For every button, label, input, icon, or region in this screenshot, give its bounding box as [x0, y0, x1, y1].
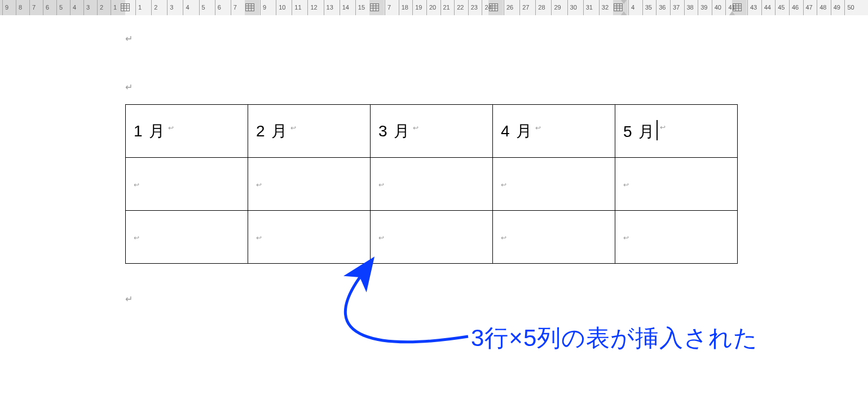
cell-paragraph-mark: ↩: [134, 234, 139, 242]
table-cell[interactable]: ↩: [371, 158, 493, 211]
ruler-tick: 14: [340, 0, 340, 15]
paragraph-mark: ↵: [125, 33, 133, 44]
ruler-tick: 43: [747, 0, 748, 15]
ruler-tick: 5: [199, 0, 200, 15]
ruler-tick: 39: [698, 0, 698, 15]
ruler-tick: 50: [844, 0, 845, 15]
ruler-tick: 40: [712, 0, 712, 15]
ruler-tick: 27: [519, 0, 520, 15]
indent-marker[interactable]: [620, 0, 627, 15]
ruler-tick: 38: [684, 0, 685, 15]
table-cell[interactable]: 4 月↩: [493, 105, 615, 158]
ruler-tick: 2: [97, 0, 98, 15]
ruler-tick: 11: [292, 0, 292, 15]
ruler-tick: 1: [135, 0, 136, 15]
table-cell[interactable]: 5 月↩: [615, 105, 738, 158]
ruler-tick: 1: [111, 0, 111, 15]
ruler-tick: 9: [260, 0, 261, 15]
ruler-tick: 10: [276, 0, 276, 15]
ruler-tick: 47: [803, 0, 804, 15]
cell-paragraph-mark: ↩: [501, 181, 506, 189]
ruler-tick: 3: [83, 0, 84, 15]
ruler-tick: 48: [817, 0, 817, 15]
ruler-tick: 32: [599, 0, 600, 15]
ruler-tick: 28: [535, 0, 536, 15]
table-cell[interactable]: ↩: [493, 211, 615, 264]
column-handle-icon[interactable]: [370, 3, 379, 11]
ruler-tick: 4: [70, 0, 71, 15]
ruler-tick: 6: [43, 0, 43, 15]
table-row: 1 月↩2 月↩3 月↩4 月↩5 月↩: [126, 105, 738, 158]
table-row: ↩↩↩↩↩: [126, 211, 738, 264]
ruler-tick: 15: [355, 0, 356, 15]
ruler-tick: 9: [2, 0, 3, 15]
ruler-tick: 18: [399, 0, 399, 15]
indent-marker-right[interactable]: [729, 0, 735, 15]
table-cell[interactable]: 2 月↩: [248, 105, 371, 158]
table-cell[interactable]: ↩: [126, 211, 248, 264]
ruler-tick: 24: [482, 0, 482, 15]
ruler-tick: 49: [831, 0, 831, 15]
ruler-tick: 7: [385, 0, 385, 15]
cell-text: 4 月↩: [501, 122, 533, 140]
cell-paragraph-mark: ↩: [290, 124, 297, 132]
column-handle-icon[interactable]: [489, 3, 498, 11]
annotation-caption: 3行×5列の表が挿入された: [471, 322, 758, 354]
cell-paragraph-mark: ↩: [256, 234, 262, 242]
table-cell[interactable]: ↩: [371, 211, 493, 264]
cell-paragraph-mark: ↩: [168, 124, 175, 132]
table-cell[interactable]: ↩: [493, 158, 615, 211]
ruler-tick: 5: [56, 0, 57, 15]
table-cell[interactable]: ↩: [615, 211, 738, 264]
cell-text: 2 月↩: [256, 122, 288, 140]
cell-paragraph-mark: ↩: [256, 181, 262, 189]
inserted-table[interactable]: 1 月↩2 月↩3 月↩4 月↩5 月↩↩↩↩↩↩↩↩↩↩↩: [125, 104, 738, 264]
ruler-tick: 46: [789, 0, 790, 15]
ruler-tick: 22: [454, 0, 455, 15]
document-area[interactable]: ↵ ↵ 1 月↩2 月↩3 月↩4 月↩5 月↩↩↩↩↩↩↩↩↩↩↩ ↵ 3行×…: [0, 15, 868, 399]
ruler-tick: 19: [412, 0, 413, 15]
cell-paragraph-mark: ↩: [660, 123, 667, 131]
table-cell[interactable]: ↩: [126, 158, 248, 211]
ruler-tick: 13: [324, 0, 324, 15]
paragraph-mark: ↵: [125, 82, 133, 92]
ruler-tick: 29: [551, 0, 552, 15]
ruler-tick: 7: [231, 0, 231, 15]
ruler-tick: 35: [642, 0, 643, 15]
ruler-tick: 41: [725, 0, 726, 15]
table-cell[interactable]: ↩: [248, 158, 371, 211]
ruler-tick: 37: [670, 0, 671, 15]
table-cell[interactable]: ↩: [248, 211, 371, 264]
table-cell[interactable]: 1 月↩: [126, 105, 248, 158]
cell-paragraph-mark: ↩: [623, 181, 629, 189]
cell-text: 5 月↩: [623, 123, 658, 140]
ruler-tick: 44: [761, 0, 762, 15]
cell-paragraph-mark: ↩: [413, 124, 420, 132]
cell-paragraph-mark: ↩: [378, 234, 384, 242]
ruler-tick: 26: [504, 0, 504, 15]
ruler-tick: 4: [628, 0, 629, 15]
ruler-tick: 31: [583, 0, 584, 15]
ruler-tick: 12: [307, 0, 308, 15]
paragraph-mark: ↵: [125, 294, 133, 304]
ruler-tick: 20: [426, 0, 427, 15]
column-handle-icon[interactable]: [121, 3, 130, 11]
ruler-tick: 36: [656, 0, 656, 15]
column-handle-icon[interactable]: [245, 3, 254, 11]
ruler-tick: 3: [167, 0, 168, 15]
ruler[interactable]: 9876543211234567910111213141571819202122…: [0, 0, 868, 15]
ruler-tick: 7: [29, 0, 30, 15]
table-row: ↩↩↩↩↩: [126, 158, 738, 211]
ruler-tick: 8: [16, 0, 16, 15]
table-cell[interactable]: 3 月↩: [371, 105, 493, 158]
cell-paragraph-mark: ↩: [623, 234, 629, 242]
ruler-tick: 6: [215, 0, 215, 15]
cell-paragraph-mark: ↩: [378, 181, 384, 189]
ruler-tick: 45: [775, 0, 776, 15]
ruler-tick: 21: [440, 0, 441, 15]
ruler-tick: 4: [183, 0, 183, 15]
table-cell[interactable]: ↩: [615, 158, 738, 211]
cell-text: 3 月↩: [378, 122, 411, 140]
ruler-tick: 23: [468, 0, 469, 15]
ruler-tick: 2: [151, 0, 152, 15]
